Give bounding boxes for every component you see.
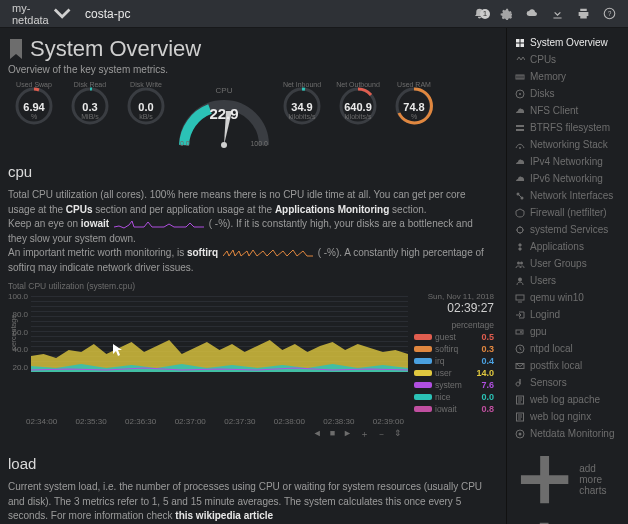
sidebar-item-label: System Overview bbox=[530, 37, 608, 48]
sidebar-item-label: Firewall (netfilter) bbox=[530, 207, 607, 218]
sidebar-item-logind[interactable]: Logind bbox=[507, 306, 628, 323]
legend-item-iowait[interactable]: iowait0.8 bbox=[414, 403, 494, 415]
login-icon bbox=[515, 310, 525, 320]
chart-right-button[interactable]: ► bbox=[341, 428, 354, 441]
sidebar-item-users[interactable]: Users bbox=[507, 272, 628, 289]
sidebar-item-systemd-services[interactable]: systemd Services bbox=[507, 221, 628, 238]
gauge-cpu[interactable]: CPU 22.9 0.0 100.0 bbox=[176, 83, 272, 149]
legend-item-user[interactable]: user14.0 bbox=[414, 367, 494, 379]
chart-zoomin-button[interactable]: ＋ bbox=[358, 428, 371, 441]
print-button[interactable] bbox=[570, 7, 596, 20]
sidebar-item-label: Sensors bbox=[530, 377, 567, 388]
sidebar-item-user-groups[interactable]: User Groups bbox=[507, 255, 628, 272]
sidebar-item-label: Logind bbox=[530, 309, 560, 320]
sidebar-item-ipv4-networking[interactable]: IPv4 Networking bbox=[507, 153, 628, 170]
bookmark-icon bbox=[8, 39, 24, 59]
host-selector[interactable]: my-netdata bbox=[6, 2, 77, 26]
sidebar-item-memory[interactable]: Memory bbox=[507, 68, 628, 85]
disk-icon bbox=[515, 89, 525, 99]
cpu-legend: Sun, Nov 11, 2018 02:39:27 percentage gu… bbox=[408, 292, 494, 415]
gauge-swap[interactable]: Used Swap 6.94 % bbox=[8, 83, 60, 120]
sidebar-item-web-log-nginx[interactable]: web log nginx bbox=[507, 408, 628, 425]
svg-rect-28 bbox=[516, 295, 524, 300]
help-button[interactable]: ? bbox=[596, 7, 622, 20]
web-icon bbox=[515, 395, 525, 405]
cpu-chart-title: Total CPU utilization (system.cpu) bbox=[8, 281, 135, 291]
save-button[interactable] bbox=[544, 7, 570, 20]
sidebar-item-postfix-local[interactable]: postfix local bbox=[507, 357, 628, 374]
hostname: costa-pc bbox=[85, 7, 130, 21]
legend-item-irq[interactable]: irq0.4 bbox=[414, 355, 494, 367]
sidebar-item-nfs-client[interactable]: NFS Client bbox=[507, 102, 628, 119]
cpu-chart[interactable]: percentage 100.080.060.040.020.0 Sun, No… bbox=[8, 292, 494, 415]
chart-resize-button[interactable]: ⇕ bbox=[392, 428, 404, 441]
gauge-net-in[interactable]: Net Inbound 34.9 kilobits/s bbox=[276, 83, 328, 120]
cloud-button[interactable] bbox=[518, 7, 544, 20]
svg-rect-13 bbox=[521, 39, 525, 43]
legend-item-nice[interactable]: nice0.0 bbox=[414, 391, 494, 403]
link-wikipedia[interactable]: this wikipedia article bbox=[175, 510, 273, 521]
svg-point-21 bbox=[519, 147, 521, 149]
softirq-sparkline bbox=[223, 248, 313, 258]
legend-item-system[interactable]: system7.6 bbox=[414, 379, 494, 391]
sidebar-item-sensors[interactable]: Sensors bbox=[507, 374, 628, 391]
alarms-badge: 1 bbox=[480, 9, 490, 19]
sidebar-item-networking-stack[interactable]: Networking Stack bbox=[507, 136, 628, 153]
svg-rect-19 bbox=[516, 125, 524, 127]
cpu-description: Total CPU utilization (all cores). 100% … bbox=[8, 188, 494, 275]
gauge-net-out[interactable]: Net Outbound 640.9 kilobits/s bbox=[332, 83, 384, 120]
link-cpus[interactable]: CPUs bbox=[66, 204, 93, 215]
ugrp-icon bbox=[515, 259, 525, 269]
sidebar-item-btrfs-filesystem[interactable]: BTRFS filesystem bbox=[507, 119, 628, 136]
add-alarms-button[interactable]: add more alarms bbox=[507, 513, 628, 524]
gauge-disk-write[interactable]: Disk Write 0.0 kB/s bbox=[120, 83, 172, 120]
svg-rect-15 bbox=[521, 43, 525, 47]
sidebar-item-system-overview[interactable]: System Overview bbox=[507, 34, 628, 51]
dashboard-icon bbox=[515, 38, 525, 48]
ntp-icon bbox=[515, 344, 525, 354]
sidebar-item-label: postfix local bbox=[530, 360, 582, 371]
svg-text:?: ? bbox=[607, 10, 611, 17]
mail-icon bbox=[515, 361, 525, 371]
sidebar-item-qemu-win10[interactable]: qemu win10 bbox=[507, 289, 628, 306]
sidebar-item-label: IPv6 Networking bbox=[530, 173, 603, 184]
sidebar-item-label: IPv4 Networking bbox=[530, 156, 603, 167]
sidebar-item-ipv6-networking[interactable]: IPv6 Networking bbox=[507, 170, 628, 187]
add-charts-button[interactable]: add more charts bbox=[507, 446, 628, 513]
legend-chip bbox=[414, 346, 432, 352]
alarms-button[interactable]: 1 bbox=[466, 7, 492, 20]
svg-point-26 bbox=[520, 261, 523, 264]
sidebar-item-label: systemd Services bbox=[530, 224, 608, 235]
legend-item-guest[interactable]: guest0.5 bbox=[414, 331, 494, 343]
legend-chip bbox=[414, 382, 432, 388]
gauge-disk-read[interactable]: Disk Read 0.3 MiB/s bbox=[64, 83, 116, 120]
sidebar-item-gpu[interactable]: gpu bbox=[507, 323, 628, 340]
btrfs-icon bbox=[515, 123, 525, 133]
sidebar-item-firewall-netfilter-[interactable]: Firewall (netfilter) bbox=[507, 204, 628, 221]
link-apps-monitoring[interactable]: Applications Monitoring bbox=[275, 204, 389, 215]
fw-icon bbox=[515, 208, 525, 218]
mon-icon bbox=[515, 429, 525, 439]
chart-zoomout-button[interactable]: － bbox=[375, 428, 388, 441]
sidebar-item-network-interfaces[interactable]: Network Interfaces bbox=[507, 187, 628, 204]
legend-chip bbox=[414, 394, 432, 400]
svg-rect-20 bbox=[516, 129, 524, 131]
sidebar-item-cpus[interactable]: CPUs bbox=[507, 51, 628, 68]
legend-item-softirq[interactable]: softirq0.3 bbox=[414, 343, 494, 355]
chart-reset-button[interactable]: ■ bbox=[328, 428, 337, 441]
chart-left-button[interactable]: ◄ bbox=[311, 428, 324, 441]
sidebar-item-web-log-apache[interactable]: web log apache bbox=[507, 391, 628, 408]
legend-chip bbox=[414, 358, 432, 364]
sidebar-item-netdata-monitoring[interactable]: Netdata Monitoring bbox=[507, 425, 628, 442]
svg-point-18 bbox=[519, 93, 521, 95]
host-selector-label: my-netdata bbox=[12, 2, 49, 26]
settings-button[interactable] bbox=[492, 7, 518, 20]
x-axis: 02:34:0002:35:3002:36:3002:37:0002:37:30… bbox=[8, 415, 494, 426]
gauge-ram[interactable]: Used RAM 74.8 % bbox=[388, 83, 440, 120]
sidebar-item-disks[interactable]: Disks bbox=[507, 85, 628, 102]
gear-icon bbox=[499, 7, 512, 20]
svg-rect-12 bbox=[516, 39, 520, 43]
sidebar-item-applications[interactable]: Applications bbox=[507, 238, 628, 255]
cpu-plot-area[interactable] bbox=[31, 292, 408, 372]
sidebar-item-ntpd-local[interactable]: ntpd local bbox=[507, 340, 628, 357]
